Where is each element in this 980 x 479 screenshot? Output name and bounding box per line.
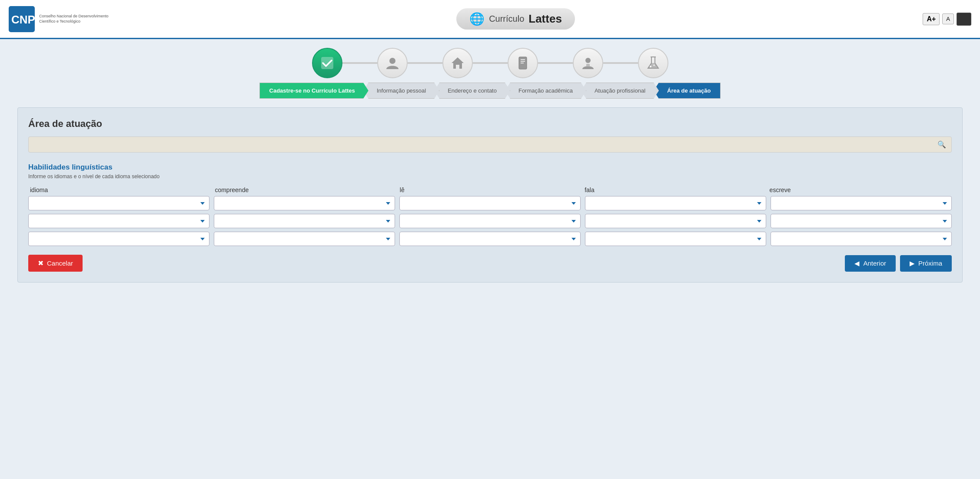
fala-select-1[interactable] [585, 196, 766, 210]
compreende-select-3[interactable] [214, 232, 395, 246]
lattes-brand: Lattes [528, 12, 562, 26]
steps-icons [312, 48, 668, 78]
curriculo-label: Currículo [489, 14, 524, 24]
step-line-1 [342, 62, 377, 64]
proxima-button[interactable]: ▶ Próxima [900, 255, 952, 272]
tab-cadastro[interactable]: Cadastre-se no Currículo Lattes [259, 83, 369, 99]
tab-area[interactable]: Área de atuação [654, 83, 721, 99]
table-header: idioma compreende lê fala escreve [28, 186, 952, 193]
step-circle-3 [442, 48, 473, 78]
logo-area: CNPq Conselho Nacional de Desenvolviment… [9, 6, 109, 32]
step-icon-1 [312, 48, 342, 78]
svg-point-13 [653, 65, 654, 66]
svg-text:CNPq: CNPq [11, 13, 35, 26]
section-title: Área de atuação [28, 118, 952, 130]
tab-informacao[interactable]: Informação pessoal [363, 83, 439, 99]
tab-atuacao[interactable]: Atuação profissional [581, 83, 659, 99]
fala-select-2[interactable] [585, 214, 766, 228]
anterior-icon: ◀ [854, 259, 860, 267]
linguistic-hint: Informe os idiomas e o nível de cada idi… [28, 173, 952, 180]
language-row-1 [28, 196, 952, 210]
search-bar: 🔍 [28, 136, 952, 153]
main-content: Área de atuação 🔍 Habilidades linguístic… [17, 107, 963, 283]
progress-tabs: Cadastre-se no Currículo Lattes Informaç… [259, 83, 721, 99]
svg-point-10 [585, 58, 591, 63]
svg-point-12 [650, 66, 651, 67]
navigation-buttons: ◀ Anterior ▶ Próxima [845, 255, 952, 272]
bottom-actions: ✖ Cancelar ◀ Anterior ▶ Próxima [28, 255, 952, 272]
escreve-select-1[interactable] [771, 196, 952, 210]
house-icon [450, 55, 465, 71]
linguistic-title: Habilidades linguísticas [28, 163, 952, 172]
step-icon-6 [638, 48, 668, 78]
language-row-2 [28, 214, 952, 228]
svg-rect-11 [586, 64, 590, 67]
col-idioma: idioma [30, 186, 210, 193]
step-icon-3 [442, 48, 473, 78]
document-icon [515, 55, 531, 71]
curriculo-lattes-badge: 🌐 Currículo Lattes [456, 8, 575, 30]
compreende-select-2[interactable] [214, 214, 395, 228]
step-line-4 [538, 62, 573, 64]
fala-select-3[interactable] [585, 232, 766, 246]
svg-marker-4 [452, 57, 464, 69]
search-input[interactable] [34, 141, 937, 148]
idioma-select-3[interactable] [28, 232, 209, 246]
anterior-button[interactable]: ◀ Anterior [845, 255, 896, 272]
language-row-3 [28, 232, 952, 246]
step-circle-4 [508, 48, 538, 78]
step-circle-5 [573, 48, 603, 78]
cnpq-logo-icon: CNPq [9, 6, 35, 32]
proxima-icon: ▶ [910, 259, 915, 267]
steps-container: Cadastre-se no Currículo Lattes Informaç… [0, 39, 980, 99]
step-circle-1 [312, 48, 342, 78]
search-icon: 🔍 [937, 140, 946, 149]
step-icon-2 [377, 48, 408, 78]
cancel-button[interactable]: ✖ Cancelar [28, 255, 83, 272]
checkmark-icon [319, 55, 335, 71]
compreende-select-1[interactable] [214, 196, 395, 210]
le-select-2[interactable] [399, 214, 581, 228]
idioma-select-1[interactable] [28, 196, 209, 210]
col-compreende: compreende [215, 186, 395, 193]
col-escreve: escreve [770, 186, 950, 193]
escreve-select-3[interactable] [771, 232, 952, 246]
step-line-2 [408, 62, 442, 64]
step-circle-6 [638, 48, 668, 78]
font-normal-button[interactable]: A [942, 13, 954, 24]
step-circle-2 [377, 48, 408, 78]
step-icon-5 [573, 48, 603, 78]
col-fala: fala [585, 186, 765, 193]
step-line-3 [473, 62, 508, 64]
step-icon-4 [508, 48, 538, 78]
person-icon [385, 55, 400, 71]
professional-icon [580, 55, 596, 71]
lattes-globe-icon: 🌐 [469, 12, 485, 26]
flask-icon [645, 55, 661, 71]
header-center: 🌐 Currículo Lattes [109, 8, 923, 30]
col-le: lê [400, 186, 580, 193]
font-large-button[interactable]: A+ [923, 13, 940, 25]
idioma-select-2[interactable] [28, 214, 209, 228]
escreve-select-2[interactable] [771, 214, 952, 228]
page-header: CNPq Conselho Nacional de Desenvolviment… [0, 0, 980, 39]
le-select-1[interactable] [399, 196, 581, 210]
contrast-button[interactable] [957, 13, 971, 26]
logo-subtitle: Conselho Nacional de Desenvolvimento Cie… [39, 14, 109, 24]
le-select-3[interactable] [399, 232, 581, 246]
tab-formacao[interactable]: Formação acadêmica [505, 83, 586, 99]
logo-text: Conselho Nacional de Desenvolvimento Cie… [39, 14, 109, 24]
svg-point-3 [389, 58, 395, 64]
step-line-5 [603, 62, 638, 64]
header-controls: A+ A [923, 13, 971, 26]
cancel-icon: ✖ [38, 259, 43, 267]
tab-endereco[interactable]: Endereço e contato [434, 83, 510, 99]
